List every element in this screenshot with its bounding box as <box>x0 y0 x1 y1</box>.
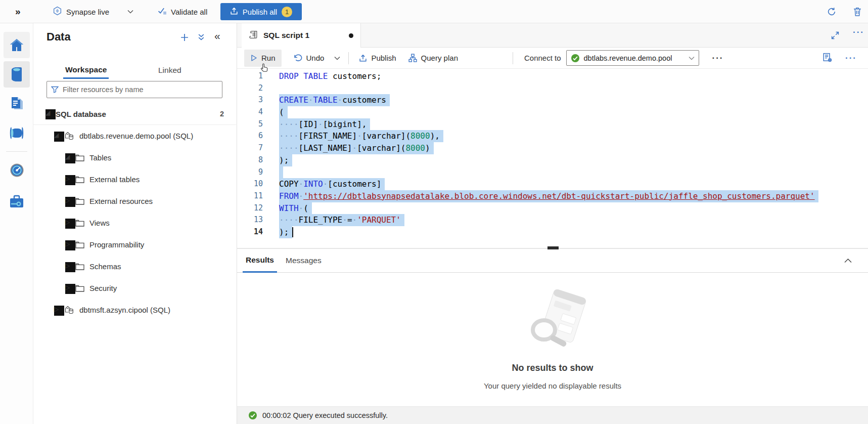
tab-results[interactable]: Results <box>243 249 277 273</box>
validate-all-button[interactable]: Validate all <box>158 0 207 23</box>
double-chevron-down-icon <box>198 34 205 40</box>
tree-item-external-tables[interactable]: ▷External tables <box>33 168 237 190</box>
tree-caret-icon[interactable]: ▷ <box>65 262 75 272</box>
tree-caret-icon[interactable]: ▷ <box>65 197 75 207</box>
undo-button[interactable]: Undo <box>288 50 331 67</box>
tab-workspace[interactable]: Workspace <box>63 62 109 79</box>
folder-icon <box>75 285 84 292</box>
editor-more-button[interactable]: ··· <box>845 53 857 63</box>
tree-item-tables[interactable]: ◢Tables <box>33 147 237 168</box>
ellipsis-icon: ··· <box>845 53 857 63</box>
tab-more-actions-button[interactable]: ··· <box>853 27 864 37</box>
collapse-results-button[interactable] <box>844 256 868 265</box>
add-resource-button[interactable] <box>180 33 189 44</box>
code-line-10[interactable]: 10COPY·INTO·[customers] <box>237 178 868 190</box>
tree-caret-icon[interactable]: ◢ <box>45 109 56 119</box>
refresh-button[interactable] <box>827 0 836 23</box>
tree-item-schemas[interactable]: ▷Schemas <box>33 256 237 277</box>
nav-home[interactable] <box>4 32 30 58</box>
filter-input[interactable] <box>63 86 218 94</box>
code-line-9[interactable]: 9 <box>237 166 868 179</box>
line-number: 13 <box>237 214 279 226</box>
script-icon <box>249 30 258 41</box>
properties-button[interactable] <box>823 53 832 64</box>
status-text: 00:00:02 Query executed successfully. <box>262 411 388 419</box>
code-text: ····[FIRST_NAME]·[varchar](8000), <box>279 130 443 142</box>
status-connected-icon <box>571 54 580 63</box>
tab-linked-label: Linked <box>158 66 181 75</box>
home-icon <box>9 38 24 52</box>
expand-editor-button[interactable] <box>831 31 839 41</box>
nav-integrate[interactable] <box>4 120 30 146</box>
success-icon <box>248 411 257 420</box>
expand-menu-button[interactable]: » <box>15 0 21 23</box>
nav-develop[interactable] <box>4 91 30 117</box>
publish-all-button[interactable]: Publish all 1 <box>220 3 302 20</box>
tab-sql-script-1[interactable]: SQL script 1 <box>242 23 361 48</box>
nav-data[interactable] <box>4 61 30 88</box>
resource-tree: ◢SQL database2◢dbtlabs.revenue.demo.pool… <box>33 103 237 321</box>
tree-caret-icon[interactable]: ▷ <box>65 284 75 294</box>
synapse-live-selector[interactable]: Synapse live <box>53 0 109 23</box>
tree-item-security[interactable]: ▷Security <box>33 277 237 299</box>
tree-caret-icon[interactable]: ▷ <box>65 175 75 185</box>
tree-caret-icon[interactable]: ▷ <box>65 240 75 250</box>
code-line-11[interactable]: 11FROM·'https://dbtlabsynapsedatalake.bl… <box>237 190 868 202</box>
tree-item-label: Schemas <box>89 262 121 271</box>
tree-caret-icon[interactable]: ◢ <box>54 132 64 142</box>
tree-caret-icon[interactable]: ▷ <box>65 219 75 229</box>
query-plan-button[interactable]: Query plan <box>402 50 464 67</box>
code-line-5[interactable]: 5····[ID]·[bigint], <box>237 118 868 131</box>
toolbar-more-button[interactable]: ··· <box>706 50 730 67</box>
database-icon <box>64 132 74 140</box>
undo-split-chevron[interactable] <box>330 50 344 67</box>
tree-item-dbtlabs-revenue-demo-pool-sql-[interactable]: ◢dbtlabs.revenue.demo.pool (SQL) <box>33 125 237 147</box>
tree-caret-icon[interactable]: ▷ <box>54 306 64 316</box>
tab-linked[interactable]: Linked <box>156 62 184 79</box>
tree-caret-icon[interactable]: ◢ <box>65 153 75 163</box>
nav-manage[interactable] <box>4 188 30 215</box>
folder-icon <box>75 241 84 248</box>
line-number: 7 <box>237 142 279 154</box>
folder-icon <box>75 154 84 161</box>
double-chevron-left-icon: « <box>214 30 220 41</box>
status-bar: 00:00:02 Query executed successfully. <box>237 406 868 424</box>
nav-monitor[interactable] <box>4 157 30 183</box>
run-button[interactable]: Run <box>244 50 282 67</box>
code-line-1[interactable]: 1DROP TABLE customers; <box>237 70 868 82</box>
code-line-6[interactable]: 6····[FIRST_NAME]·[varchar](8000), <box>237 130 868 142</box>
code-line-13[interactable]: 13····FILE_TYPE·=·'PARQUET' <box>237 214 868 226</box>
tab-messages-label: Messages <box>286 256 322 265</box>
tree-item-sql-database[interactable]: ◢SQL database2 <box>33 103 237 125</box>
code-line-14[interactable]: 14); <box>237 226 868 238</box>
code-line-7[interactable]: 7····[LAST_NAME]·[varchar](8000) <box>237 142 868 154</box>
code-line-3[interactable]: 3CREATE·TABLE·customers <box>237 94 868 106</box>
code-line-4[interactable]: 4( <box>237 106 868 118</box>
mode-dropdown-chevron[interactable] <box>127 0 133 23</box>
document-icon <box>10 97 24 111</box>
code-text: CREATE·TABLE·customers <box>279 94 390 106</box>
line-number: 8 <box>237 154 279 166</box>
code-line-8[interactable]: 8); <box>237 154 868 166</box>
code-text: WITH·( <box>279 202 312 215</box>
collapse-panel-button[interactable]: « <box>214 30 220 42</box>
tree-item-external-resources[interactable]: ▷External resources <box>33 190 237 212</box>
line-number: 1 <box>237 70 279 82</box>
plus-icon <box>180 33 189 41</box>
tree-item-views[interactable]: ▷Views <box>33 212 237 234</box>
tree-item-programmability[interactable]: ▷Programmability <box>33 234 237 256</box>
discard-button[interactable] <box>853 0 861 23</box>
code-line-2[interactable]: 2 <box>237 82 868 95</box>
tree-item-label: External tables <box>89 175 140 184</box>
chevron-down-icon <box>689 56 695 60</box>
tab-messages[interactable]: Messages <box>283 249 325 273</box>
code-line-12[interactable]: 12WITH·( <box>237 202 868 215</box>
folder-icon <box>75 198 84 205</box>
collapse-all-button[interactable] <box>198 33 205 43</box>
connect-to-dropdown[interactable]: dbtlabs.revenue.demo.pool <box>566 50 699 66</box>
line-number: 6 <box>237 130 279 142</box>
sql-code-editor[interactable]: 1DROP TABLE customers;23CREATE·TABLE·cus… <box>237 69 868 248</box>
publish-button[interactable]: Publish <box>353 50 402 67</box>
tree-item-dbtmsft-azsyn-cipool-sql-[interactable]: ▷dbtmsft.azsyn.cipool (SQL) <box>33 299 237 321</box>
ellipsis-icon: ··· <box>853 27 864 37</box>
